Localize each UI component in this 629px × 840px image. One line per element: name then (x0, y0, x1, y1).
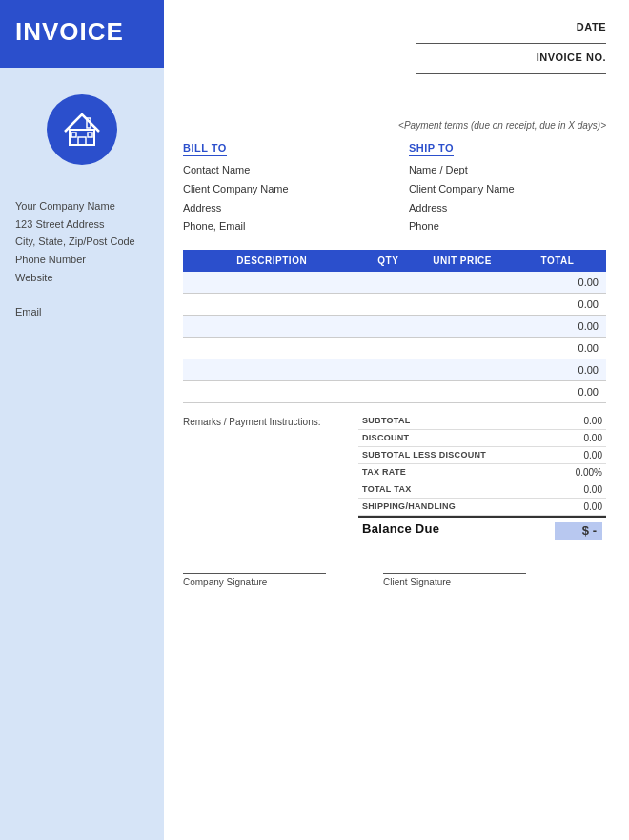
table-row: 0.00 (183, 359, 606, 381)
cell-desc (183, 272, 360, 294)
table-row: 0.00 (183, 294, 606, 316)
main-content: DATE INVOICE NO. <Payment terms (due on … (164, 0, 629, 840)
remarks-label: Remarks / Payment Instructions: (183, 417, 321, 427)
ship-to-contact: Name / Dept (409, 161, 606, 180)
company-sig-col: Company Signature (183, 573, 326, 587)
bill-to-col: BILL TO Contact Name Client Company Name… (183, 138, 380, 236)
balance-value: $ - (555, 522, 602, 540)
invoice-no-field: INVOICE NO. (416, 51, 606, 74)
company-name: Your Company Name (15, 197, 149, 215)
signatures-section: Company Signature Client Signature (183, 569, 606, 587)
cell-unit (416, 316, 509, 338)
company-website: Website (15, 269, 149, 287)
cell-total: 0.00 (509, 359, 606, 381)
address-section: BILL TO Contact Name Client Company Name… (183, 138, 606, 236)
totals-table: SUBTOTAL 0.00 DISCOUNT 0.00 SUBTOTAL LES… (358, 413, 606, 543)
bill-to-label: BILL TO (183, 142, 227, 156)
total-tax-value: 0.00 (555, 484, 602, 495)
cell-qty (360, 338, 416, 359)
bill-to-contact: Contact Name (183, 161, 380, 180)
cell-unit (416, 272, 509, 294)
bill-to-address: Address (183, 199, 380, 218)
date-label: DATE (577, 21, 606, 32)
cell-desc (183, 338, 360, 359)
client-sig-line (383, 573, 526, 574)
balance-label: Balance Due (362, 522, 439, 540)
cell-qty (360, 359, 416, 381)
date-field: DATE (416, 21, 606, 44)
top-fields: DATE INVOICE NO. (183, 21, 606, 82)
company-address: 123 Street Address (15, 215, 149, 234)
subtotal-row: SUBTOTAL 0.00 (358, 413, 606, 430)
cell-unit (416, 294, 509, 316)
table-row: 0.00 (183, 381, 606, 403)
tax-rate-label: TAX RATE (362, 467, 406, 478)
invoice-no-line (416, 65, 606, 74)
ship-to-label: SHIP TO (409, 142, 454, 156)
bill-to-phone: Phone, Email (183, 217, 380, 236)
invoice-table: DESCRIPTION QTY UNIT PRICE TOTAL 0.00 0.… (183, 250, 606, 403)
company-city: City, State, Zip/Post Code (15, 233, 149, 251)
discount-value: 0.00 (555, 433, 602, 443)
cell-total: 0.00 (509, 316, 606, 338)
total-tax-label: TOTAL TAX (362, 484, 412, 495)
date-line (416, 34, 606, 44)
client-sig-col: Client Signature (383, 573, 526, 587)
logo-area (0, 68, 164, 188)
cell-qty (360, 381, 416, 403)
cell-total: 0.00 (509, 272, 606, 294)
ship-to-phone: Phone (409, 217, 606, 236)
shipping-row: SHIPPING/HANDLING 0.00 (358, 499, 606, 516)
tax-rate-row: TAX RATE 0.00% (358, 464, 606, 481)
cell-total: 0.00 (509, 338, 606, 359)
col-description: DESCRIPTION (183, 250, 360, 272)
company-info: Your Company Name 123 Street Address Cit… (0, 188, 164, 840)
balance-row: Balance Due $ - (358, 516, 606, 543)
svg-rect-2 (71, 133, 76, 137)
cell-unit (416, 359, 509, 381)
company-sig-label: Company Signature (183, 577, 267, 587)
invoice-no-label: INVOICE NO. (537, 51, 606, 63)
shipping-label: SHIPPING/HANDLING (362, 502, 456, 512)
invoice-title: INVOICE (15, 17, 149, 47)
cell-desc (183, 381, 360, 403)
cell-total: 0.00 (509, 381, 606, 403)
discount-row: DISCOUNT 0.00 (358, 430, 606, 447)
cell-desc (183, 359, 360, 381)
cell-desc (183, 316, 360, 338)
company-phone: Phone Number (15, 251, 149, 269)
company-logo (47, 94, 117, 165)
table-row: 0.00 (183, 338, 606, 359)
ship-to-col: SHIP TO Name / Dept Client Company Name … (409, 138, 606, 236)
remarks: Remarks / Payment Instructions: (183, 413, 349, 543)
payment-terms: <Payment terms (due on receipt, due in X… (183, 120, 606, 131)
cell-unit (416, 338, 509, 359)
col-qty: QTY (360, 250, 416, 272)
shipping-value: 0.00 (555, 502, 602, 512)
subtotal-label: SUBTOTAL (362, 416, 411, 426)
svg-rect-1 (78, 137, 86, 145)
company-sig-line (183, 573, 326, 574)
sidebar: INVOICE Your Company Name (0, 0, 164, 840)
cell-qty (360, 316, 416, 338)
table-header-row: DESCRIPTION QTY UNIT PRICE TOTAL (183, 250, 606, 272)
totals-section: Remarks / Payment Instructions: SUBTOTAL… (183, 413, 606, 543)
ship-to-address: Address (409, 199, 606, 218)
svg-rect-3 (88, 133, 92, 137)
sidebar-header: INVOICE (0, 0, 164, 68)
cell-qty (360, 272, 416, 294)
cell-desc (183, 294, 360, 316)
total-tax-row: TOTAL TAX 0.00 (358, 481, 606, 499)
subtotal-less-value: 0.00 (555, 450, 602, 461)
discount-label: DISCOUNT (362, 433, 409, 443)
subtotal-value: 0.00 (555, 416, 602, 426)
subtotal-less-label: SUBTOTAL LESS DISCOUNT (362, 450, 486, 461)
table-row: 0.00 (183, 316, 606, 338)
company-email: Email (15, 303, 149, 321)
cell-qty (360, 294, 416, 316)
tax-rate-value: 0.00% (555, 467, 602, 478)
cell-unit (416, 381, 509, 403)
table-row: 0.00 (183, 272, 606, 294)
ship-to-company: Client Company Name (409, 180, 606, 199)
col-total: TOTAL (509, 250, 606, 272)
